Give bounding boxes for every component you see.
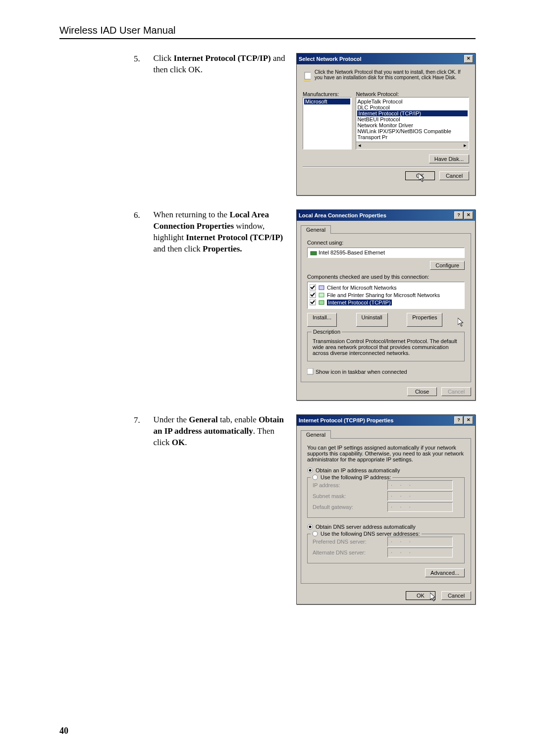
page-number: 40 [59, 726, 68, 736]
cursor-icon [430, 593, 437, 602]
step-6-num: 6. [134, 209, 154, 220]
component-item-selected[interactable]: Internet Protocol (TCP/IP) [310, 299, 392, 305]
component-label: Internet Protocol (TCP/IP) [327, 300, 392, 305]
radio-label: Use the following DNS server addresses: [321, 531, 420, 537]
help-icon[interactable]: ? [454, 211, 463, 219]
step-5-text: Click Internet Protocol (TCP/IP) and the… [154, 53, 297, 76]
svg-rect-3 [311, 252, 317, 255]
dialog-title: Local Area Connection Properties [299, 212, 453, 218]
dialog-title: Internet Protocol (TCP/IP) Properties [299, 417, 453, 423]
svg-point-16 [309, 526, 312, 528]
step-5-num: 5. [134, 53, 154, 64]
step-7-text: Under the General tab, enable Obtain an … [154, 414, 297, 449]
step-7-num: 7. [134, 414, 154, 425]
ip-address-label: IP address: [313, 480, 387, 491]
svg-marker-10 [458, 318, 463, 326]
ip-address-field: . . . [387, 480, 453, 490]
t: Internet Protocol (TCP/IP) [174, 53, 271, 63]
have-disk-button[interactable]: Have Disk... [429, 154, 469, 163]
close-button[interactable]: Close [407, 387, 437, 396]
svg-rect-6 [310, 292, 316, 298]
obtain-ip-auto-radio[interactable]: Obtain an IP address automatically [307, 467, 400, 473]
radio-label: Use the following IP address: [321, 474, 391, 480]
adapter-name: Intel 82595-Based Ethernet [319, 250, 385, 255]
subnet-mask-field: . . . [387, 491, 453, 501]
radio-label: Obtain an IP address automatically [316, 467, 400, 473]
cursor-icon [458, 318, 465, 327]
svg-marker-18 [430, 593, 435, 601]
tab-general[interactable]: General [301, 430, 331, 439]
component-item[interactable]: File and Printer Sharing for Microsoft N… [310, 292, 440, 298]
t: Under the [154, 415, 189, 424]
internet-protocol-tcpip-properties-dialog: Internet Protocol (TCP/IP) Properties ? … [296, 414, 476, 605]
components-label: Components checked are used by this conn… [307, 274, 465, 280]
show-icon-checkbox[interactable]: Show icon in taskbar when connected [307, 368, 407, 375]
cancel-button[interactable]: Cancel [441, 591, 471, 600]
dialog-title: Select Network Protocol [299, 56, 463, 62]
dialog-desc: Click the Network Protocol that you want… [315, 69, 469, 84]
use-following-ip-radio[interactable]: Use the following IP address: [311, 474, 392, 480]
intro-text: You can get IP settings assigned automat… [307, 445, 465, 462]
t: OK [172, 438, 185, 447]
protocol-item[interactable]: NetBEUI Protocol [357, 116, 468, 122]
svg-rect-0 [305, 72, 311, 79]
advanced-button[interactable]: Advanced... [425, 568, 465, 577]
close-icon[interactable]: ✕ [464, 55, 473, 63]
protocol-item[interactable]: DLC Protocol [357, 104, 468, 110]
t: Properties. [203, 244, 242, 253]
cancel-button: Cancel [441, 387, 471, 396]
step-6-text: When returning to the Local Area Connect… [154, 209, 297, 255]
cursor-icon [419, 173, 426, 182]
help-icon[interactable]: ? [454, 416, 463, 424]
adapter-icon [310, 250, 317, 256]
svg-marker-2 [419, 173, 424, 182]
show-icon-label: Show icon in taskbar when connected [316, 369, 407, 375]
radio-label: Obtain DNS server address automatically [316, 524, 416, 530]
component-label: Client for Microsoft Networks [327, 285, 397, 291]
properties-button[interactable]: Properties [407, 313, 442, 327]
default-gateway-label: Default gateway: [313, 502, 387, 512]
svg-point-17 [313, 531, 318, 536]
tab-general[interactable]: General [301, 225, 331, 234]
component-item[interactable]: Client for Microsoft Networks [310, 284, 397, 291]
protocol-item[interactable]: Network Monitor Driver [357, 122, 468, 128]
svg-point-13 [309, 469, 312, 472]
configure-button[interactable]: Configure [430, 261, 465, 270]
install-button[interactable]: Install... [307, 313, 337, 327]
protocol-label: Network Protocol: [356, 91, 469, 97]
component-label: File and Printer Sharing for Microsoft N… [327, 292, 440, 298]
network-protocol-icon [303, 69, 311, 84]
svg-rect-4 [310, 284, 316, 290]
svg-rect-11 [307, 368, 313, 374]
cancel-button[interactable]: Cancel [439, 171, 469, 180]
description-text: Transmission Control Protocol/Internet P… [313, 338, 459, 356]
uninstall-button[interactable]: Uninstall [356, 313, 388, 327]
manufacturers-label: Manufacturers: [303, 91, 352, 97]
select-network-protocol-dialog: Select Network Protocol ✕ Click the Netw… [296, 53, 476, 196]
t: Click [154, 53, 174, 63]
svg-rect-9 [319, 301, 324, 304]
svg-rect-5 [319, 286, 324, 290]
close-icon[interactable]: ✕ [464, 211, 473, 219]
client-icon [318, 285, 325, 291]
obtain-dns-auto-radio[interactable]: Obtain DNS server address automatically [307, 524, 416, 530]
local-area-connection-properties-dialog: Local Area Connection Properties ? ✕ Gen… [296, 209, 476, 401]
file-sharing-icon [318, 292, 325, 298]
default-gateway-field: . . . [387, 502, 453, 512]
svg-rect-7 [319, 293, 324, 297]
manufacturer-item[interactable]: Microsoft [304, 99, 350, 104]
close-icon[interactable]: ✕ [464, 416, 473, 424]
protocol-item[interactable]: AppleTalk Protocol [357, 99, 468, 104]
description-label: Description [312, 329, 342, 335]
connect-using-label: Connect using: [307, 240, 465, 246]
svg-rect-8 [310, 299, 316, 305]
protocol-item-selected[interactable]: Internet Protocol (TCP/IP) [357, 110, 468, 116]
protocol-icon [318, 300, 325, 305]
preferred-dns-field: . . . [387, 537, 453, 547]
t: Internet Protocol (TCP/IP) [186, 233, 283, 242]
horizontal-scrollbar[interactable]: ◂▸ [356, 142, 469, 149]
t: When returning to the [154, 210, 230, 219]
subnet-mask-label: Subnet mask: [313, 491, 387, 502]
protocol-item[interactable]: NWLink IPX/SPX/NetBIOS Compatible Transp… [357, 128, 468, 140]
use-following-dns-radio[interactable]: Use the following DNS server addresses: [311, 531, 422, 537]
